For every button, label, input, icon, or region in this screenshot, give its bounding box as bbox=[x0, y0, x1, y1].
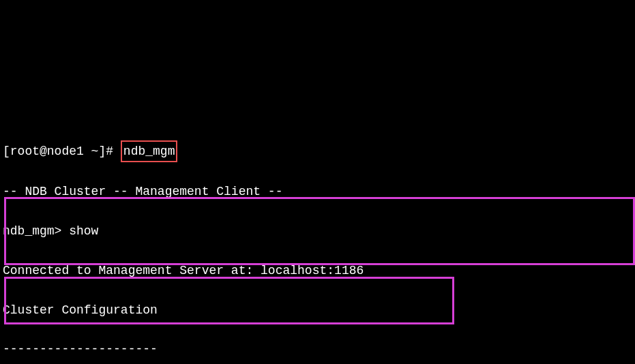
mgmd-section-highlight bbox=[4, 277, 454, 324]
divider: --------------------- bbox=[3, 339, 632, 359]
shell-prompt-line: [root@node1 ~]# ndb_mgm bbox=[3, 140, 632, 163]
shell-prompt: [root@node1 ~]# bbox=[3, 145, 121, 158]
command-highlight: ndb_mgm bbox=[121, 140, 178, 163]
ndbd-section-highlight bbox=[4, 197, 635, 265]
